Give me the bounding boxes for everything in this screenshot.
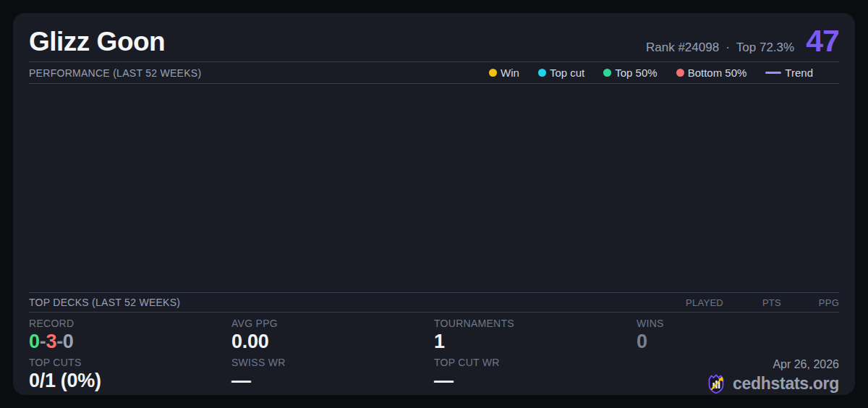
rank-separator: · xyxy=(726,41,730,55)
column-header-pts: PTS xyxy=(723,297,781,308)
performance-header-row: PERFORMANCE (LAST 52 WEEKS) Win Top cut … xyxy=(29,62,839,84)
stat-tournaments-value: 1 xyxy=(434,331,637,352)
cedhstats-logo-icon xyxy=(705,373,727,394)
legend-label-top50: Top 50% xyxy=(615,67,657,79)
brand-wordmark: cedhstats.org xyxy=(733,374,839,394)
legend-label-win: Win xyxy=(501,67,519,79)
top-decks-section-label: TOP DECKS (LAST 52 WEEKS) xyxy=(29,297,180,308)
legend-label-trend: Trend xyxy=(785,67,813,79)
card-header: Glizz Goon Rank #24098 · Top 72.3% 47 xyxy=(29,13,839,62)
legend-item-bottom50: Bottom 50% xyxy=(676,67,747,79)
player-stats-card: Glizz Goon Rank #24098 · Top 72.3% 47 PE… xyxy=(13,13,855,395)
record-losses: 3 xyxy=(46,331,56,352)
stat-swiss-wr-label: SWISS WR xyxy=(231,357,434,367)
legend-item-top-cut: Top cut xyxy=(538,67,584,79)
stat-top-cuts: TOP CUTS 0/1 (0%) xyxy=(29,352,231,394)
score-value: 47 xyxy=(806,27,839,54)
top-decks-columns: PLAYED PTS PPG xyxy=(665,297,839,308)
legend-item-trend: Trend xyxy=(765,67,813,79)
win-dot-icon xyxy=(489,69,497,77)
rank-block: Rank #24098 · Top 72.3% 47 xyxy=(646,27,839,55)
stat-top-cut-wr: TOP CUT WR — xyxy=(434,352,637,394)
stat-avg-ppg-label: AVG PPG xyxy=(231,318,434,328)
record-draws: 0 xyxy=(63,331,74,352)
brand-link[interactable]: cedhstats.org xyxy=(705,373,839,394)
stat-tournaments: TOURNAMENTS 1 xyxy=(434,313,637,352)
top-cut-dot-icon xyxy=(538,69,546,77)
performance-section-label: PERFORMANCE (LAST 52 WEEKS) xyxy=(29,67,201,79)
stat-wins-label: WINS xyxy=(637,318,839,328)
rank-line: Rank #24098 · Top 72.3% xyxy=(646,41,794,55)
stat-avg-ppg-value: 0.00 xyxy=(231,331,434,352)
legend-item-top50: Top 50% xyxy=(603,67,657,79)
stat-record: RECORD 0-3-0 xyxy=(29,313,231,352)
stat-wins: WINS 0 xyxy=(637,313,839,352)
stat-record-value: 0-3-0 xyxy=(29,331,231,352)
date-text: Apr 26, 2026 xyxy=(773,359,839,370)
stat-top-cuts-label: TOP CUTS xyxy=(29,357,231,367)
footer-meta: Apr 26, 2026 cedhstats.org xyxy=(637,352,839,394)
percentile-text: Top 72.3% xyxy=(736,41,794,55)
stat-record-label: RECORD xyxy=(29,318,231,328)
legend-label-bottom50: Bottom 50% xyxy=(688,67,747,79)
stat-avg-ppg: AVG PPG 0.00 xyxy=(231,313,434,352)
stat-top-cuts-value: 0/1 (0%) xyxy=(29,370,231,391)
rank-text: Rank #24098 xyxy=(646,41,719,55)
page-title: Glizz Goon xyxy=(29,28,165,55)
legend-item-win: Win xyxy=(489,67,519,79)
stat-swiss-wr: SWISS WR — xyxy=(231,352,434,394)
column-header-played: PLAYED xyxy=(665,297,723,308)
stat-wins-value: 0 xyxy=(637,331,839,352)
stat-swiss-wr-value: — xyxy=(231,370,434,391)
top50-dot-icon xyxy=(603,69,611,77)
stats-grid: RECORD 0-3-0 AVG PPG 0.00 TOURNAMENTS 1 … xyxy=(29,313,839,394)
record-sep-2: - xyxy=(56,331,63,352)
stat-tournaments-label: TOURNAMENTS xyxy=(434,318,637,328)
legend-label-top-cut: Top cut xyxy=(550,67,584,79)
chart-legend: Win Top cut Top 50% Bottom 50% Trend xyxy=(489,67,839,79)
stat-top-cut-wr-value: — xyxy=(434,370,637,391)
stat-top-cut-wr-label: TOP CUT WR xyxy=(434,357,637,367)
trend-line-icon xyxy=(765,72,781,74)
bottom50-dot-icon xyxy=(676,69,684,77)
performance-chart-area xyxy=(29,84,839,293)
top-decks-header-row: TOP DECKS (LAST 52 WEEKS) PLAYED PTS PPG xyxy=(29,293,839,313)
record-wins: 0 xyxy=(29,331,40,352)
column-header-ppg: PPG xyxy=(781,297,839,308)
